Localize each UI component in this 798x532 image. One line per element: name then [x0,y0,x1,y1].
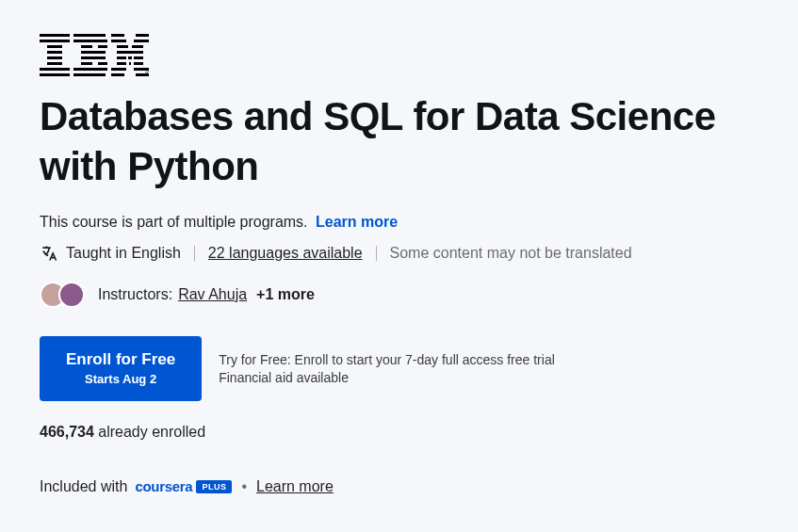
svg-rect-15 [98,62,107,65]
financial-aid-link[interactable]: Financial aid available [219,370,555,385]
svg-rect-17 [73,73,106,76]
svg-rect-11 [98,45,107,48]
course-title: Databases and SQL for Data Science with … [40,92,758,191]
divider [376,246,377,261]
svg-rect-3 [47,51,62,54]
enroll-section: Enroll for Free Starts Aug 2 Try for Fre… [40,336,758,401]
svg-rect-10 [81,45,92,48]
instructor-primary-link[interactable]: Rav Ahuja [178,286,247,303]
enrolled-row: 466,734 already enrolled [40,424,758,441]
enroll-button[interactable]: Enroll for Free Starts Aug 2 [40,336,202,401]
language-row: Taught in English 22 languages available… [40,244,758,263]
divider [194,246,195,261]
instructor-avatars [40,282,85,308]
instructor-more-link[interactable]: +1 more [256,286,315,303]
coursera-plus-badge: coursera PLUS [135,478,232,494]
svg-rect-21 [134,40,149,42]
taught-in-text: Taught in English [66,245,181,262]
enrolled-suffix: already enrolled [94,424,205,440]
ibm-logo-svg: ® [40,34,149,77]
enroll-button-sub: Starts Aug 2 [66,372,175,388]
program-learn-more-link[interactable]: Learn more [316,214,398,230]
svg-rect-24 [117,51,143,54]
svg-rect-30 [134,62,143,65]
svg-rect-8 [73,34,106,37]
svg-rect-14 [81,62,92,65]
translation-note: Some content may not be translated [390,245,632,262]
program-note-text: This course is part of multiple programs… [40,214,308,230]
svg-rect-5 [47,62,62,65]
ibm-logo: ® [40,34,758,77]
svg-rect-23 [132,45,143,48]
plus-pill: PLUS [196,480,232,493]
trial-text-block: Try for Free: Enroll to start your 7-day… [219,349,555,388]
svg-rect-7 [40,73,70,76]
avatar [58,282,85,308]
instructors-label: Instructors: [98,286,172,303]
included-with-text: Included with [40,478,127,495]
coursera-plus-row: Included with coursera PLUS • Learn more [40,478,758,495]
svg-rect-31 [111,68,126,71]
program-note-row: This course is part of multiple programs… [40,214,758,231]
separator-dot: • [241,478,247,495]
enrolled-count: 466,734 [40,424,94,440]
instructors-row: Instructors: Rav Ahuja +1 more [40,282,758,308]
svg-rect-13 [81,56,106,59]
languages-available-link[interactable]: 22 languages available [208,245,363,262]
svg-rect-9 [73,40,107,42]
translate-icon [40,244,58,263]
svg-rect-26 [128,56,132,59]
svg-rect-19 [136,34,149,37]
svg-rect-2 [47,45,62,48]
svg-rect-33 [111,73,124,76]
svg-rect-16 [73,68,107,71]
coursera-wordmark: coursera [135,478,192,494]
svg-rect-27 [134,56,143,59]
trial-line: Try for Free: Enroll to start your 7-day… [219,352,555,367]
svg-rect-1 [40,40,70,42]
svg-rect-4 [47,56,62,59]
svg-rect-6 [40,68,70,71]
svg-rect-18 [111,34,124,37]
svg-rect-22 [117,45,128,48]
svg-rect-0 [40,34,70,37]
svg-rect-20 [111,40,126,42]
svg-rect-12 [81,51,106,54]
svg-rect-28 [117,62,126,65]
svg-rect-25 [117,56,126,59]
plus-learn-more-link[interactable]: Learn more [256,478,334,495]
svg-text:®: ® [145,71,149,76]
svg-rect-29 [129,62,131,65]
enroll-button-title: Enroll for Free [66,349,175,370]
